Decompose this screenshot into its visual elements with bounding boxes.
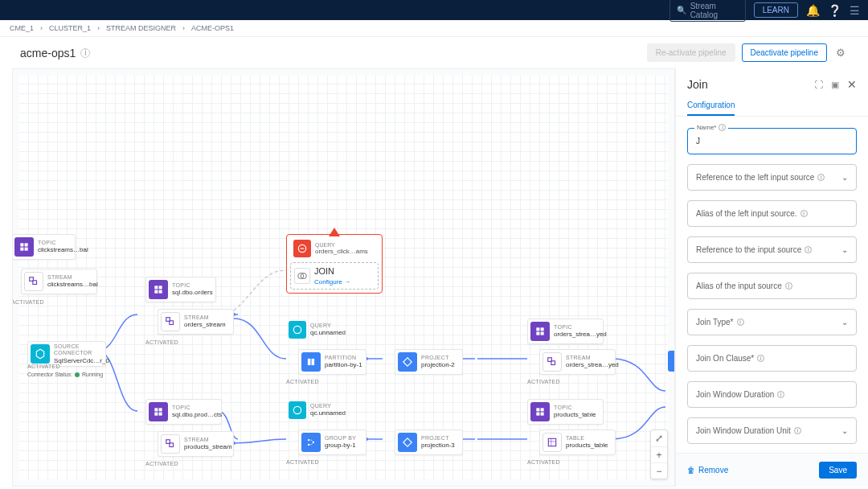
query-icon — [289, 401, 306, 419]
pin-icon[interactable]: ▣ — [831, 80, 839, 90]
search-placeholder: Stream Catalog — [690, 2, 739, 19]
stream-icon — [161, 312, 180, 331]
status-label: ACTIVATED — [527, 379, 560, 384]
svg-rect-47 — [548, 438, 555, 446]
groupby-icon — [301, 433, 321, 452]
breadcrumb-item[interactable]: CME_1 — [10, 24, 34, 32]
node-topic-products[interactable]: TOPICsql.dbo.prod…cts — [145, 399, 222, 425]
info-icon[interactable]: i — [777, 391, 784, 398]
breadcrumb-item[interactable]: ACME-OPS1 — [191, 24, 234, 32]
topic-icon — [14, 237, 34, 257]
name-field[interactable]: Name*i — [687, 128, 857, 154]
duration-unit-field[interactable]: Join Window Duration Uniti ⌄ — [687, 417, 857, 444]
alias-field[interactable]: Alias of the input sourcei — [687, 273, 857, 299]
node-table-products[interactable]: TABLEproducts_table — [539, 429, 616, 455]
topic-icon — [149, 280, 168, 299]
left-ref-field[interactable]: Reference to the left input sourcei ⌄ — [687, 164, 857, 191]
svg-rect-40 — [541, 332, 544, 335]
info-icon[interactable]: i — [805, 246, 812, 253]
info-icon[interactable]: i — [757, 355, 764, 362]
close-icon[interactable]: ✕ — [847, 78, 857, 91]
join-icon — [294, 268, 310, 284]
connector-icon — [31, 344, 50, 364]
info-icon[interactable]: i — [794, 427, 801, 434]
project-icon — [398, 352, 417, 372]
svg-point-35 — [308, 444, 309, 446]
breadcrumb: CME_1› CLUSTER_1› STREAM DESIGNER› ACME-… — [0, 20, 868, 37]
svg-rect-17 — [154, 290, 158, 294]
status-label: ACTIVATED — [527, 459, 560, 465]
info-icon[interactable]: i — [800, 210, 808, 217]
node-hidden — [668, 351, 675, 372]
svg-rect-16 — [159, 286, 162, 289]
breadcrumb-item[interactable]: CLUSTER_1 — [49, 24, 91, 32]
info-icon[interactable]: i — [719, 124, 726, 131]
status-label: ACTIVATED — [286, 459, 319, 465]
status-label: ACTIVATED — [12, 299, 44, 305]
bell-icon[interactable]: 🔔 — [806, 4, 820, 17]
query-icon — [289, 321, 306, 339]
ref-field[interactable]: Reference to the input sourcei ⌄ — [687, 236, 857, 263]
tab-configuration[interactable]: Configuration — [687, 96, 735, 116]
status-label: ACTIVATED — [145, 461, 178, 466]
node-topic-clickstreams[interactable]: TOPICclickstreams…bal — [12, 234, 76, 260]
info-icon[interactable]: i — [737, 318, 744, 326]
remove-button[interactable]: 🗑 Remove — [687, 466, 728, 475]
node-groupby[interactable]: GROUP BYgroup-by-1 — [298, 429, 366, 455]
join-type-field[interactable]: Join Type*i ⌄ — [687, 309, 857, 335]
configure-link[interactable]: Configure → — [314, 278, 350, 286]
svg-rect-12 — [25, 248, 28, 251]
svg-rect-10 — [25, 243, 28, 246]
node-stream-orders[interactable]: STREAMorders_stream — [158, 309, 234, 335]
join-on-field[interactable]: Join On Clause*i — [687, 345, 857, 372]
zoom-in-button[interactable]: + — [651, 446, 667, 462]
zoom-fit-button[interactable]: ⤢ — [651, 430, 667, 446]
node-topic-orders-yed[interactable]: TOPICorders_strea…yed — [527, 318, 604, 344]
stream-icon — [161, 434, 180, 454]
topbar: 🔍 Stream Catalog LEARN 🔔 ❔ ☰ — [0, 0, 868, 20]
svg-rect-22 — [159, 408, 162, 411]
search-icon: 🔍 — [677, 6, 686, 14]
breadcrumb-item[interactable]: STREAM DESIGNER — [106, 24, 176, 32]
reactivate-button: Re-activate pipeline — [647, 43, 735, 62]
info-icon[interactable]: i — [817, 174, 825, 181]
learn-button[interactable]: LEARN — [754, 2, 798, 18]
status-dot-icon — [75, 372, 80, 377]
node-partition[interactable]: PARTITIONpartition-by-1 — [298, 349, 366, 375]
node-topic-orders[interactable]: TOPICsql.dbo.orders — [145, 277, 216, 302]
node-projection-3[interactable]: PROJECTprojection-3 — [395, 429, 463, 455]
node-topic-products-table[interactable]: TOPICproducts_table — [527, 399, 604, 425]
svg-rect-44 — [541, 408, 544, 411]
status-label: ACTIVATED — [145, 339, 178, 345]
expand-icon[interactable]: ⛶ — [814, 80, 823, 89]
duration-field[interactable]: Join Window Durationi — [687, 381, 857, 408]
save-button[interactable]: Save — [819, 462, 857, 479]
svg-rect-15 — [154, 286, 158, 289]
deactivate-button[interactable]: Deactivate pipeline — [742, 43, 828, 62]
pipeline-canvas[interactable]: TOPICclickstreams…bal STREAMclickstreams… — [12, 68, 675, 487]
topic-icon — [530, 322, 550, 341]
node-stream-clickstreams[interactable]: STREAMclickstreams…bal — [21, 269, 97, 294]
node-stream-products[interactable]: STREAMproducts_stream — [158, 431, 234, 457]
node-query-error[interactable]: QUERYorders_click…ams JOINConfigure → — [286, 234, 383, 294]
node-stream-orders-yed[interactable]: STREAMorders_strea…yed — [539, 349, 616, 375]
sidepanel: Join ⛶ ▣ ✕ Configuration Name*i Referenc… — [675, 68, 868, 487]
menu-icon[interactable]: ☰ — [850, 4, 860, 17]
info-icon[interactable]: i — [785, 282, 792, 290]
chevron-down-icon: ⌄ — [841, 426, 848, 435]
svg-point-36 — [313, 442, 314, 443]
zoom-out-button[interactable]: − — [651, 462, 667, 479]
project-icon — [398, 433, 417, 452]
title-text: acme-ops1 — [20, 47, 76, 60]
svg-rect-32 — [312, 359, 315, 365]
search-box[interactable]: 🔍 Stream Catalog — [669, 0, 746, 22]
info-icon[interactable]: i — [80, 48, 90, 58]
help-icon[interactable]: ❔ — [828, 4, 841, 17]
zoom-control: ⤢ + − — [650, 429, 668, 479]
left-alias-field[interactable]: Alias of the left input source.i — [687, 200, 857, 227]
name-input[interactable] — [696, 137, 848, 146]
node-projection-2[interactable]: PROJECTprojection-2 — [395, 349, 463, 375]
gear-icon[interactable]: ⚙ — [833, 44, 848, 61]
sidepanel-tabs: Configuration — [676, 96, 868, 117]
node-query-header-2: QUERYqc.unnamed — [286, 399, 350, 421]
